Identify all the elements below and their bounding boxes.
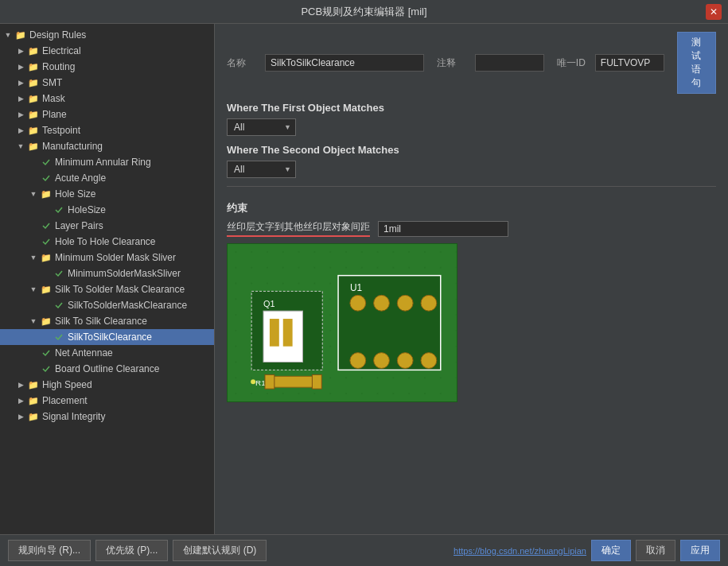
- tree-item-layer-pairs[interactable]: Layer Pairs: [0, 218, 214, 234]
- bottom-left: 规则向导 (R)... 优先级 (P)... 创建默认规则 (D): [8, 540, 267, 561]
- tree-icon-hole-to-hole: [40, 235, 53, 248]
- tree-item-placement[interactable]: ▶📁Placement: [0, 393, 214, 409]
- tree-arrow-net-antennae: [29, 348, 38, 358]
- tree-icon-testpoint: 📁: [27, 124, 40, 137]
- tree-item-minimum-annular-ring[interactable]: Minimum Annular Ring: [0, 154, 214, 170]
- tree-arrow-plane: ▶: [16, 110, 25, 119]
- tree-arrow-high-speed: ▶: [16, 380, 25, 390]
- svg-point-27: [251, 379, 255, 384]
- tree-item-hole-to-hole[interactable]: Hole To Hole Clearance: [0, 234, 214, 250]
- tree-item-design-rules[interactable]: ▼📁Design Rules: [0, 27, 214, 43]
- tree-item-routing[interactable]: ▶📁Routing: [0, 59, 214, 75]
- tree-icon-net-antennae: [40, 347, 53, 359]
- test-btn[interactable]: 测试语句: [677, 32, 716, 94]
- name-input[interactable]: [265, 54, 424, 72]
- svg-point-8: [421, 295, 437, 311]
- tree-label-placement: Placement: [42, 395, 88, 406]
- svg-point-12: [421, 353, 437, 369]
- tree-arrow-electrical: ▶: [16, 46, 25, 56]
- rule-wizard-btn[interactable]: 规则向导 (R)...: [8, 540, 91, 561]
- tree-item-hole-size[interactable]: ▼📁Hole Size: [0, 186, 214, 202]
- tree-item-smt[interactable]: ▶📁SMT: [0, 75, 214, 91]
- url-text[interactable]: https://blog.csdn.net/zhuangLipian: [454, 546, 586, 556]
- svg-text:Q1: Q1: [263, 299, 275, 308]
- tree-arrow-board-outline: [29, 364, 38, 374]
- first-object-dropdown[interactable]: All Net Net Class Layer Custom: [227, 118, 296, 136]
- tree-label-net-antennae: Net Antennae: [55, 347, 113, 359]
- svg-rect-17: [283, 319, 293, 347]
- tree-item-electrical[interactable]: ▶📁Electrical: [0, 43, 214, 59]
- tree-item-silktosoldermaskclearance[interactable]: SilkToSolderMaskClearance: [0, 297, 214, 313]
- tree-item-net-antennae[interactable]: Net Antennae: [0, 345, 214, 361]
- tree-icon-minimum-annular-ring: [40, 156, 53, 169]
- tree-icon-mask: 📁: [27, 92, 40, 105]
- tree-icon-acute-angle: [40, 172, 53, 184]
- tree-arrow-acute-angle: [29, 173, 38, 183]
- close-button[interactable]: ✕: [706, 4, 722, 20]
- tree-item-acute-angle[interactable]: Acute Angle: [0, 170, 214, 186]
- tree-item-holesize[interactable]: HoleSize: [0, 202, 214, 218]
- svg-point-11: [397, 353, 413, 369]
- tree-item-high-speed[interactable]: ▶📁High Speed: [0, 377, 214, 393]
- tree-label-silktosoldermaskclearance: SilkToSolderMaskClearance: [68, 300, 187, 311]
- tree-icon-silk-to-solder: 📁: [40, 283, 53, 296]
- first-object-row: All Net Net Class Layer Custom ▼: [227, 118, 716, 136]
- tree-label-minimumsoldermasksliver: MinimumSolderMaskSliver: [68, 268, 181, 279]
- pcb-preview: U1 Q1: [227, 243, 457, 402]
- ok-btn[interactable]: 确定: [591, 540, 631, 561]
- tree-icon-board-outline: [40, 362, 53, 375]
- svg-point-10: [374, 353, 390, 369]
- tree-item-mask[interactable]: ▶📁Mask: [0, 91, 214, 107]
- tree-item-silk-to-silk[interactable]: ▼📁Silk To Silk Clearance: [0, 313, 214, 329]
- constraint-text: 丝印层文字到其他丝印层对象间距: [227, 220, 370, 237]
- left-panel: ▼📁Design Rules▶📁Electrical▶📁Routing▶📁SMT…: [0, 24, 215, 534]
- id-label: 唯一ID: [557, 56, 589, 70]
- tree-arrow-min-solder-mask: ▼: [29, 253, 38, 262]
- svg-text:U1: U1: [350, 282, 363, 293]
- second-object-dropdown-wrapper: All Net Net Class Layer Custom ▼: [227, 161, 296, 178]
- second-object-dropdown[interactable]: All Net Net Class Layer Custom: [227, 161, 296, 178]
- tree-label-hole-size: Hole Size: [55, 188, 95, 200]
- svg-point-6: [374, 295, 390, 311]
- tree-label-silk-to-solder: Silk To Solder Mask Clearance: [55, 284, 185, 295]
- tree-label-mask: Mask: [42, 93, 65, 104]
- tree-item-plane[interactable]: ▶📁Plane: [0, 107, 214, 122]
- tree-icon-minimumsoldermasksliver: [53, 267, 65, 280]
- tree-label-holesize: HoleSize: [68, 204, 106, 215]
- tree-item-minimumsoldermasksliver[interactable]: MinimumSolderMaskSliver: [0, 266, 214, 281]
- tree-item-silk-to-solder[interactable]: ▼📁Silk To Solder Mask Clearance: [0, 281, 214, 297]
- tree-item-testpoint[interactable]: ▶📁Testpoint: [0, 122, 214, 138]
- tree-item-signal-integrity[interactable]: ▶📁Signal Integrity: [0, 409, 214, 424]
- tree-label-design-rules: Design Rules: [29, 29, 86, 41]
- constraint-value-input[interactable]: [378, 221, 508, 237]
- tree-icon-silktosoldermaskclearance: [53, 299, 65, 312]
- tree-icon-electrical: 📁: [27, 45, 40, 57]
- svg-point-9: [350, 353, 366, 369]
- tree-item-board-outline[interactable]: Board Outline Clearance: [0, 361, 214, 377]
- cancel-btn[interactable]: 取消: [636, 540, 675, 561]
- right-panel: 名称 注释 唯一ID 测试语句 Where The First Object M…: [215, 24, 728, 534]
- tree-arrow-signal-integrity: ▶: [16, 412, 25, 421]
- tree-label-minimum-annular-ring: Minimum Annular Ring: [55, 157, 151, 168]
- tree-icon-plane: 📁: [27, 108, 40, 121]
- tree-icon-manufacturing: 📁: [27, 140, 40, 153]
- comment-input[interactable]: [475, 54, 544, 72]
- apply-btn[interactable]: 应用: [680, 540, 720, 561]
- tree-arrow-minimumsoldermasksliver: [41, 269, 51, 278]
- tree-arrow-layer-pairs: [29, 221, 38, 231]
- tree-arrow-minimum-annular-ring: [29, 157, 38, 167]
- tree-item-silktosilkclearance[interactable]: SilkToSilkClearance: [0, 329, 214, 345]
- priority-btn[interactable]: 优先级 (P)...: [95, 540, 168, 561]
- id-input[interactable]: [595, 54, 664, 72]
- tree-arrow-manufacturing: ▼: [16, 142, 25, 151]
- svg-point-7: [397, 295, 413, 311]
- tree-item-manufacturing[interactable]: ▼📁Manufacturing: [0, 138, 214, 154]
- tree-label-silktosilkclearance: SilkToSilkClearance: [68, 331, 152, 343]
- tree-label-acute-angle: Acute Angle: [55, 173, 106, 184]
- tree-icon-placement: 📁: [27, 394, 40, 407]
- create-default-btn[interactable]: 创建默认规则 (D): [173, 540, 267, 561]
- tree-item-min-solder-mask[interactable]: ▼📁Minimum Solder Mask Sliver: [0, 250, 214, 266]
- bottom-right: https://blog.csdn.net/zhuangLipian 确定 取消…: [454, 540, 720, 561]
- constraint-title: 约束: [227, 201, 716, 215]
- svg-rect-20: [265, 374, 274, 389]
